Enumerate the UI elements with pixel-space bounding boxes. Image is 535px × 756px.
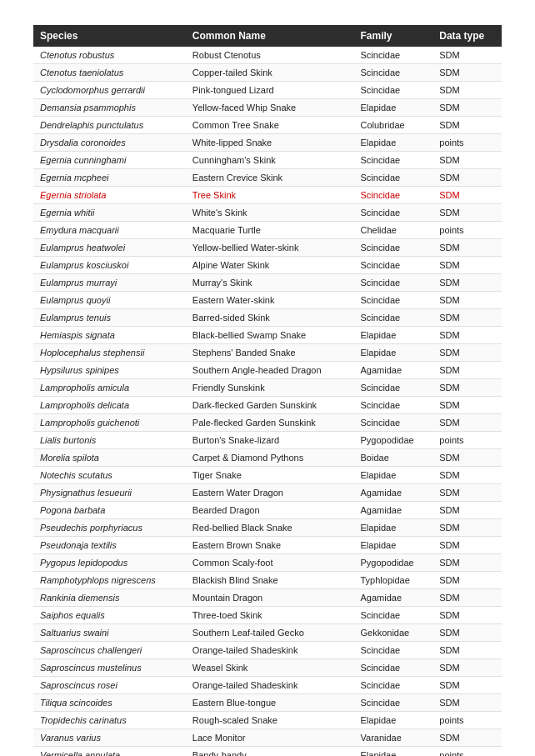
common-name-cell: Blackish Blind Snake bbox=[186, 572, 354, 589]
family-cell: Scincidae bbox=[354, 694, 433, 712]
species-cell: Ctenotus robustus bbox=[33, 47, 186, 64]
datatype-cell: SDM bbox=[432, 257, 502, 274]
table-row: Notechis scutatusTiger SnakeElapidaeSDM bbox=[33, 467, 502, 484]
datatype-cell: SDM bbox=[432, 397, 502, 414]
table-row: Saiphos equalisThree-toed SkinkScincidae… bbox=[33, 607, 502, 624]
family-cell: Scincidae bbox=[354, 64, 433, 82]
species-cell: Pogona barbata bbox=[33, 502, 186, 519]
species-cell: Pseudonaja textilis bbox=[33, 537, 186, 554]
species-cell: Eulamprus kosciuskoi bbox=[33, 257, 186, 274]
species-cell: Eulamprus heatwolei bbox=[33, 239, 186, 257]
datatype-cell: SDM bbox=[432, 607, 502, 624]
common-name-cell: Eastern Crevice Skink bbox=[186, 169, 354, 187]
table-row: Pygopus lepidopodusCommon Scaly-footPygo… bbox=[33, 554, 502, 572]
family-cell: Agamidae bbox=[354, 502, 433, 519]
table-row: Eulamprus murrayiMurray's SkinkScincidae… bbox=[33, 274, 502, 292]
common-name-cell: Cunningham's Skink bbox=[186, 152, 354, 169]
common-name-cell: Robust Ctenotus bbox=[186, 47, 354, 64]
family-cell: Elapidae bbox=[354, 344, 433, 362]
family-cell: Varanidae bbox=[354, 729, 433, 747]
species-cell: Saltuarius swaini bbox=[33, 624, 186, 642]
datatype-cell: SDM bbox=[432, 292, 502, 309]
table-row: Egernia cunninghamiCunningham's SkinkSci… bbox=[33, 152, 502, 169]
common-name-cell: Copper-tailed Skink bbox=[186, 64, 354, 82]
common-name-cell: Mountain Dragon bbox=[186, 589, 354, 607]
datatype-cell: SDM bbox=[432, 677, 502, 694]
species-cell: Egernia striolata bbox=[33, 187, 186, 204]
species-cell: Saproscincus mustelinus bbox=[33, 659, 186, 677]
datatype-cell: SDM bbox=[432, 642, 502, 659]
table-row: Rankinia diemensisMountain DragonAgamida… bbox=[33, 589, 502, 607]
table-row: Lampropholis guichenotiPale-flecked Gard… bbox=[33, 414, 502, 432]
datatype-cell: SDM bbox=[432, 117, 502, 134]
datatype-cell: SDM bbox=[432, 344, 502, 362]
datatype-cell: SDM bbox=[432, 484, 502, 502]
species-cell: Pygopus lepidopodus bbox=[33, 554, 186, 572]
family-cell: Colubridae bbox=[354, 117, 433, 134]
family-cell: Elapidae bbox=[354, 134, 433, 152]
datatype-cell: SDM bbox=[432, 82, 502, 99]
datatype-cell: SDM bbox=[432, 449, 502, 467]
family-cell: Scincidae bbox=[354, 607, 433, 624]
common-name-cell: Black-bellied Swamp Snake bbox=[186, 327, 354, 344]
table-row: Egernia mcpheeiEastern Crevice SkinkScin… bbox=[33, 169, 502, 187]
family-cell: Pygopodidae bbox=[354, 554, 433, 572]
species-cell: Lampropholis amicula bbox=[33, 379, 186, 397]
common-name-cell: Macquarie Turtle bbox=[186, 222, 354, 239]
family-cell: Scincidae bbox=[354, 204, 433, 222]
family-cell: Scincidae bbox=[354, 82, 433, 99]
table-row: Cyclodomorphus gerrardiiPink-tongued Liz… bbox=[33, 82, 502, 99]
table-row: Tiliqua scincoidesEastern Blue-tongueSci… bbox=[33, 694, 502, 712]
table-row: Egernia striolataTree SkinkScincidaeSDM bbox=[33, 187, 502, 204]
datatype-cell: SDM bbox=[432, 204, 502, 222]
family-cell: Scincidae bbox=[354, 397, 433, 414]
table-row: Ctenotus robustusRobust CtenotusScincida… bbox=[33, 47, 502, 64]
common-name-cell: Stephens' Banded Snake bbox=[186, 344, 354, 362]
table-row: Hemiaspis signataBlack-bellied Swamp Sna… bbox=[33, 327, 502, 344]
species-cell: Tiliqua scincoides bbox=[33, 694, 186, 712]
species-cell: Egernia whitii bbox=[33, 204, 186, 222]
common-name-cell: Murray's Skink bbox=[186, 274, 354, 292]
common-name-cell: Eastern Water-skink bbox=[186, 292, 354, 309]
datatype-cell: SDM bbox=[432, 152, 502, 169]
family-cell: Scincidae bbox=[354, 642, 433, 659]
family-cell: Elapidae bbox=[354, 747, 433, 757]
common-name-cell: Orange-tailed Shadeskink bbox=[186, 677, 354, 694]
datatype-cell: SDM bbox=[432, 239, 502, 257]
species-cell: Pseudechis porphyriacus bbox=[33, 519, 186, 537]
common-name-cell: Common Scaly-foot bbox=[186, 554, 354, 572]
family-cell: Agamidae bbox=[354, 362, 433, 379]
table-row: Vermicella annulataBandy-bandyElapidaepo… bbox=[33, 747, 502, 757]
datatype-cell: points bbox=[432, 222, 502, 239]
datatype-cell: SDM bbox=[432, 467, 502, 484]
datatype-cell: SDM bbox=[432, 379, 502, 397]
family-cell: Chelidae bbox=[354, 222, 433, 239]
table-row: Physignathus lesueuriiEastern Water Drag… bbox=[33, 484, 502, 502]
table-row: Eulamprus quoyiiEastern Water-skinkScinc… bbox=[33, 292, 502, 309]
col-data-type: Data type bbox=[432, 25, 502, 47]
common-name-cell: Bandy-bandy bbox=[186, 747, 354, 757]
table-row: Ctenotus taeniolatusCopper-tailed SkinkS… bbox=[33, 64, 502, 82]
family-cell: Scincidae bbox=[354, 47, 433, 64]
common-name-cell: Yellow-bellied Water-skink bbox=[186, 239, 354, 257]
species-cell: Lialis burtonis bbox=[33, 432, 186, 449]
family-cell: Scincidae bbox=[354, 309, 433, 327]
family-cell: Elapidae bbox=[354, 99, 433, 117]
common-name-cell: Red-bellied Black Snake bbox=[186, 519, 354, 537]
datatype-cell: SDM bbox=[432, 327, 502, 344]
common-name-cell: Alpine Water Skink bbox=[186, 257, 354, 274]
table-row: Varanus variusLace MonitorVaranidaeSDM bbox=[33, 729, 502, 747]
table-row: Eulamprus kosciuskoiAlpine Water SkinkSc… bbox=[33, 257, 502, 274]
datatype-cell: points bbox=[432, 712, 502, 729]
common-name-cell: Carpet & Diamond Pythons bbox=[186, 449, 354, 467]
family-cell: Pygopodidae bbox=[354, 432, 433, 449]
table-row: Demansia psammophisYellow-faced Whip Sna… bbox=[33, 99, 502, 117]
common-name-cell: Yellow-faced Whip Snake bbox=[186, 99, 354, 117]
page-container: Species Common Name Family Data type Cte… bbox=[0, 0, 535, 756]
species-cell: Emydura macquarii bbox=[33, 222, 186, 239]
common-name-cell: Southern Leaf-tailed Gecko bbox=[186, 624, 354, 642]
species-cell: Lampropholis guichenoti bbox=[33, 414, 186, 432]
table-row: Dendrelaphis punctulatusCommon Tree Snak… bbox=[33, 117, 502, 134]
species-cell: Eulamprus quoyii bbox=[33, 292, 186, 309]
common-name-cell: Rough-scaled Snake bbox=[186, 712, 354, 729]
